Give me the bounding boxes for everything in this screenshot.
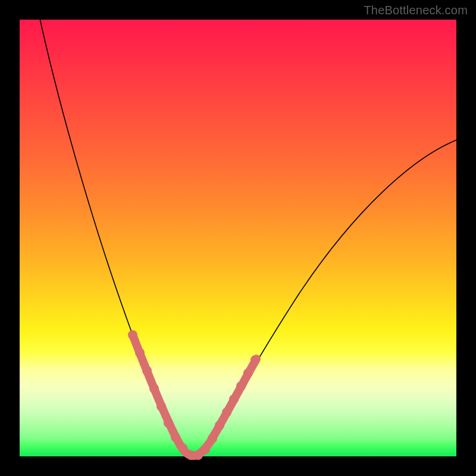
bead — [128, 330, 137, 340]
beads-right — [193, 355, 260, 460]
chart-stage: TheBottleneck.com — [0, 0, 476, 476]
curve-svg — [20, 20, 456, 456]
bead — [229, 394, 239, 404]
bead — [171, 433, 180, 442]
bead — [142, 366, 152, 375]
bead — [215, 421, 224, 430]
beads-left — [128, 330, 196, 460]
bead — [250, 355, 260, 365]
bead — [243, 368, 253, 378]
bead — [201, 444, 210, 454]
bottleneck-curve — [37, 8, 460, 456]
plot-area — [20, 20, 456, 456]
bead — [222, 408, 231, 417]
bead — [178, 443, 187, 453]
bead — [164, 418, 173, 428]
bead — [149, 384, 159, 393]
bead — [208, 434, 217, 443]
bead — [135, 348, 145, 358]
bead — [156, 402, 166, 411]
watermark-text: TheBottleneck.com — [364, 4, 468, 17]
bead — [236, 381, 246, 391]
